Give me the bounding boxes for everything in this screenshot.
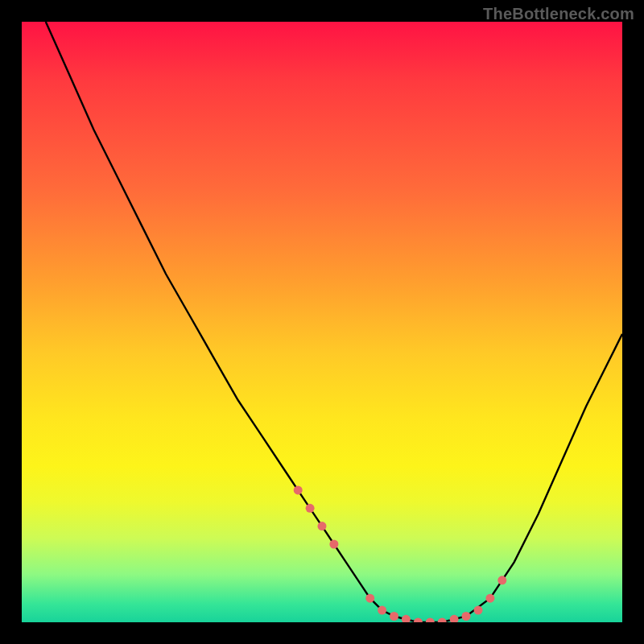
curve-marker [450, 615, 459, 622]
curve-marker [438, 618, 447, 623]
curve-marker [402, 615, 411, 622]
curve-marker [485, 594, 494, 603]
curve-marker [474, 606, 483, 615]
chart-frame: TheBottleneck.com [0, 0, 644, 644]
plot-area [22, 22, 622, 622]
curve-marker [329, 540, 338, 549]
curve-markers [294, 485, 507, 622]
curve-marker [497, 576, 506, 584]
curve-marker [414, 618, 423, 623]
curve-marker [365, 594, 374, 603]
watermark-text: TheBottleneck.com [483, 5, 634, 23]
curve-marker [306, 504, 315, 513]
bottleneck-curve [22, 22, 622, 622]
curve-marker [318, 522, 327, 530]
curve-marker [426, 618, 435, 623]
curve-marker [390, 612, 398, 621]
curve-marker [462, 612, 471, 621]
curve-line [46, 22, 622, 622]
curve-marker [294, 485, 303, 494]
curve-marker [378, 606, 386, 615]
